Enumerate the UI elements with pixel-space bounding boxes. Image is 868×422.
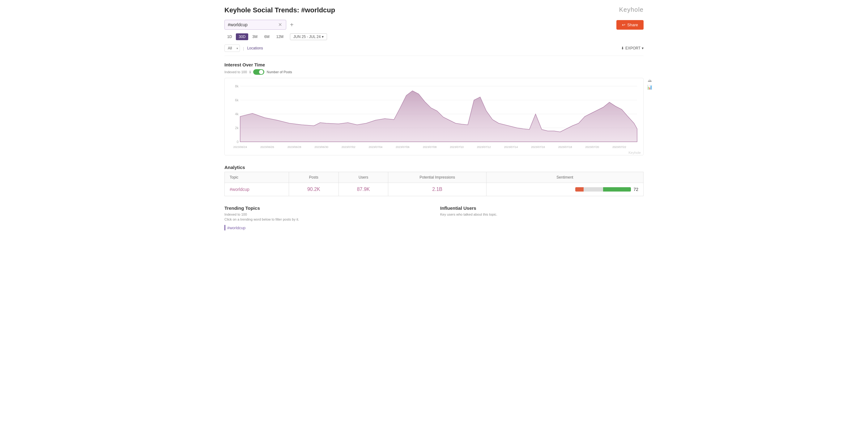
trending-tag[interactable]: #worldcup [227,226,245,230]
svg-text:2023/07/04: 2023/07/04 [369,145,382,149]
svg-text:2023/07/20: 2023/07/20 [585,145,599,149]
bar-chart-button[interactable]: 📊 [647,85,652,90]
time-1d-button[interactable]: 1D [224,33,235,40]
time-range-controls: 1D 30D 3M 6M 12M JUN 25 - JUL 24 ▾ [224,33,644,40]
posts-toggle-label: Number of Posts [267,70,292,74]
svg-text:4k: 4k [235,112,239,116]
svg-text:2023/07/22: 2023/07/22 [612,145,626,149]
share-label: Share [627,23,638,27]
sentiment-neutral [584,187,603,192]
trending-click-note: Click on a trending word below to filter… [224,218,428,221]
time-6m-button[interactable]: 6M [261,33,272,40]
search-pill[interactable]: #worldcup ✕ [224,20,286,30]
row-users: 87.9K [357,187,370,192]
svg-text:2023/06/24: 2023/06/24 [233,145,247,149]
filter-divider: | [243,46,244,51]
svg-text:2k: 2k [235,126,239,130]
sentiment-score: 72 [633,187,638,192]
export-label: EXPORT [625,46,641,51]
line-chart-button[interactable]: ⛰ [647,78,652,83]
row-topic[interactable]: #worldcup [230,187,249,192]
filter-row: All ▾ | Locations ⬇ EXPORT ▾ [224,44,644,56]
chart-type-controls: ⛰ 📊 [647,78,652,90]
share-button[interactable]: ↩ Share [616,20,644,30]
page-title: Keyhole Social Trends: #worldcup [224,6,335,14]
interest-chart: 8k 6k 4k 2k 0 2023/06/24 2023/06/26 2023… [228,83,640,151]
sentiment-negative [575,187,584,192]
svg-text:2023/07/12: 2023/07/12 [477,145,491,149]
svg-text:2023/07/08: 2023/07/08 [423,145,437,149]
influential-title: Influential Users [440,205,644,211]
clear-search-button[interactable]: ✕ [278,22,283,28]
list-item: #worldcup [224,224,428,232]
sentiment-positive [603,187,631,192]
share-icon: ↩ [622,23,625,27]
sentiment-track [575,187,631,192]
date-range-label: JUN 25 - JUL 24 [293,35,320,39]
trending-title: Trending Topics [224,205,428,211]
col-sentiment: Sentiment [486,172,643,183]
influential-desc: Key users who talked about this topic. [440,213,644,216]
analytics-table: Topic Posts Users Potential Impressions … [224,172,644,196]
row-impressions: 2.1B [432,187,442,192]
locations-link[interactable]: Locations [247,46,263,51]
influential-section: Influential Users Key users who talked a… [440,205,644,232]
logo: Keyhole [619,6,644,13]
export-down-icon: ⬇ [621,46,624,51]
svg-text:2023/07/10: 2023/07/10 [450,145,464,149]
add-topic-button[interactable]: + [289,21,295,28]
interest-title: Interest Over Time [224,62,644,67]
time-12m-button[interactable]: 12M [274,33,286,40]
time-3m-button[interactable]: 3M [249,33,260,40]
col-posts: Posts [289,172,339,183]
svg-text:2023/06/30: 2023/06/30 [314,145,328,149]
filter-select[interactable]: All [224,44,240,52]
table-row: #worldcup 90.2K 87.9K 2.1B 72 [225,183,644,196]
search-value: #worldcup [228,22,278,27]
export-chevron-icon: ▾ [642,46,644,51]
svg-text:2023/07/16: 2023/07/16 [531,145,545,149]
analytics-title: Analytics [224,165,644,170]
bottom-row: Trending Topics Indexed to 100 Click on … [224,205,644,232]
svg-text:2023/07/02: 2023/07/02 [342,145,355,149]
svg-text:2023/07/14: 2023/07/14 [504,145,518,149]
svg-text:0: 0 [237,140,239,144]
col-impressions: Potential Impressions [388,172,486,183]
date-range-button[interactable]: JUN 25 - JUL 24 ▾ [290,33,327,40]
chart-container: 8k 6k 4k 2k 0 2023/06/24 2023/06/26 2023… [224,78,644,155]
trending-indexed: Indexed to 100 [224,213,428,216]
export-button[interactable]: ⬇ EXPORT ▾ [621,46,644,51]
svg-text:2023/07/18: 2023/07/18 [558,145,572,149]
sentiment-bar: 72 [492,187,638,192]
trending-accent-bar [224,225,225,230]
col-topic: Topic [225,172,289,183]
svg-text:8k: 8k [235,84,239,88]
indexed-label: Indexed to 100 [224,70,247,74]
svg-text:2023/06/28: 2023/06/28 [287,145,301,149]
info-icon: ℹ [249,70,251,74]
svg-text:2023/07/06: 2023/07/06 [396,145,410,149]
col-users: Users [339,172,388,183]
svg-text:2023/06/26: 2023/06/26 [260,145,274,149]
analytics-section: Analytics Topic Posts Users Potential Im… [224,165,644,196]
interest-section: Interest Over Time Indexed to 100 ℹ Numb… [224,62,644,155]
posts-toggle[interactable] [253,69,264,75]
chart-watermark: Keyhole [628,151,641,155]
row-posts: 90.2K [307,187,320,192]
time-30d-button[interactable]: 30D [236,33,248,40]
svg-text:6k: 6k [235,98,239,102]
trending-section: Trending Topics Indexed to 100 Click on … [224,205,428,232]
